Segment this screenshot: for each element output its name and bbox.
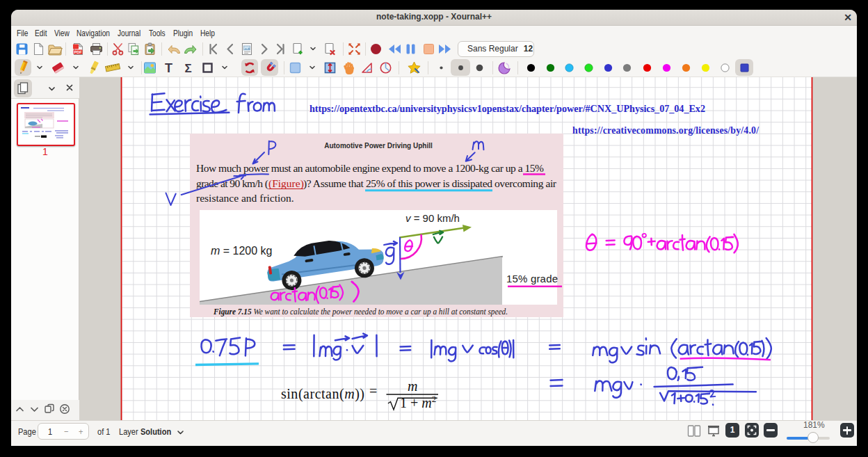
svg-text:resistance and friction.: resistance and friction. xyxy=(196,192,294,204)
svg-text:)? Assume that 25% of this pow: )? Assume that 25% of this power is diss… xyxy=(303,177,557,190)
svg-text:https://opentextbc.ca/universi: https://opentextbc.ca/universityphysicsv… xyxy=(310,103,705,114)
svg-text:m = 1200 kg: m = 1200 kg xyxy=(211,245,273,257)
svg-text:T: T xyxy=(165,61,172,75)
svg-text:m: m xyxy=(408,378,417,394)
svg-text:Automotive Power Driving Uphil: Automotive Power Driving Uphill xyxy=(324,142,433,150)
svg-text:Figure 7.15 We want to calcula: Figure 7.15 We want to calculate the pow… xyxy=(213,306,508,316)
svg-text:https://creativecommons.org/li: https://creativecommons.org/licenses/by/… xyxy=(572,125,759,136)
svg-text:15% grade: 15% grade xyxy=(506,273,558,284)
svg-text:1 + m2: 1 + m2 xyxy=(400,394,436,410)
svg-text:v = 90 km/h: v = 90 km/h xyxy=(405,212,460,224)
svg-text:Σ: Σ xyxy=(184,62,191,75)
svg-text:PDF: PDF xyxy=(74,50,83,54)
svg-text:=: = xyxy=(369,383,377,399)
svg-text:(Figure): (Figure) xyxy=(268,177,304,190)
svg-text:How much power must an automob: How much power must an automobile engine… xyxy=(196,162,544,174)
svg-text:sin(arctan(m)): sin(arctan(m)) xyxy=(281,386,364,402)
